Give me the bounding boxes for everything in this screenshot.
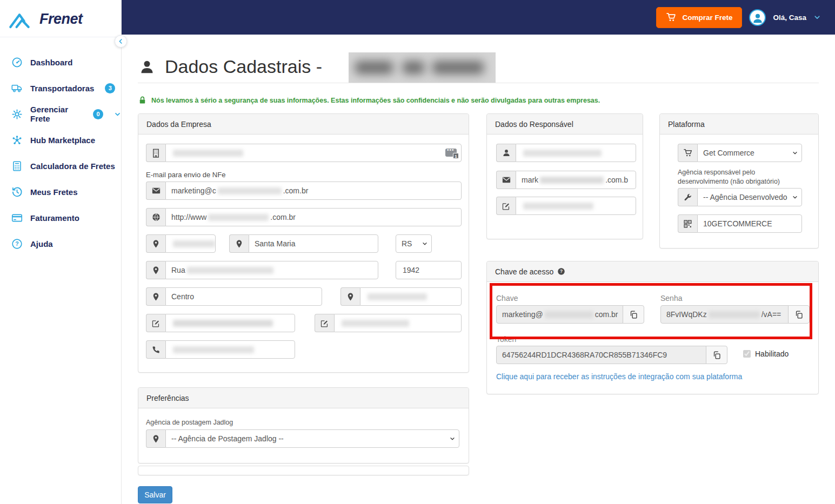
responsible-name-field[interactable] [496,144,636,162]
transportadoras-badge: 3 [105,83,115,93]
sidebar-item-dashboard[interactable]: Dashboard [0,49,121,75]
copy-senha-button[interactable] [788,305,810,324]
copy-icon [712,351,722,360]
sidebar-item-ajuda[interactable]: Ajuda [0,231,121,257]
gear-icon [11,109,23,120]
copy-icon [629,310,638,319]
state-select[interactable]: RS [396,234,432,253]
sidebar-item-hub-marketplace[interactable]: Hub Marketplace [0,127,121,153]
senha-field-group: 8FvIWqDKz/vA== [660,305,810,324]
responsible-panel: Dados do Responsável mark.com.b [486,113,643,239]
sidebar-item-faturamento[interactable]: Faturamento [0,205,121,231]
autofill-extension-icon[interactable]: •••1 [445,149,457,157]
token-field-group: 64756244RD1DCR4368RA70CR855B71346FC9 [496,346,727,364]
lock-icon [138,96,147,105]
platform-panel-header: Plataforma [660,114,818,135]
token-label: Token [496,335,516,344]
main-content: Dados Cadastrais - Nós levamos à sério a… [122,35,835,504]
sidebar-item-meus-fretes[interactable]: Meus Fretes [0,179,121,205]
security-notice-text: Nós levamos à sério a segurança de suas … [151,97,600,104]
cep-field[interactable] [146,234,216,253]
avatar[interactable] [749,9,766,26]
state-select-wrap: RS [396,234,432,253]
buy-freight-button[interactable]: Comprar Frete [656,7,742,28]
user-greeting[interactable]: Olá, Casa [773,14,806,22]
edit-icon [146,314,165,332]
globe-icon [146,208,165,226]
copy-chave-button[interactable] [623,305,644,324]
map-pin-icon [146,287,165,306]
chevron-down-icon[interactable] [813,14,821,21]
gerenciar-frete-badge: 0 [93,109,103,119]
street-number-field[interactable]: 1942 [396,261,462,279]
platform-select-group: Get Commerce [678,144,802,162]
district-field[interactable]: Centro [146,287,322,306]
history-icon [11,186,23,198]
frenet-logo-icon [7,9,34,30]
nfe-email-label: E-mail para envio de NFe [146,171,225,179]
person-icon [496,144,516,162]
chevron-left-icon [117,38,124,45]
jadlog-agency-select[interactable]: -- Agência de Postagem Jadlog -- [165,429,459,448]
map-pin-icon [340,287,360,306]
complement-field[interactable] [340,287,462,306]
hub-icon [11,135,23,146]
chave-label: Chave [496,294,518,303]
map-pin-icon [229,234,249,253]
access-key-panel-header: Chave de acesso [487,261,818,282]
website-field[interactable]: http://www.com.br [146,208,462,226]
agency-label: Agência responsável pelo desenvolvimento… [678,168,805,186]
enabled-checkbox[interactable] [743,350,751,358]
responsible-phone-field[interactable] [496,197,636,215]
nfe-email-field[interactable]: marketing@c.com.br [146,182,462,200]
agency-select[interactable]: -- Agência Desenvolvedora -- [697,188,802,206]
responsible-email-field[interactable]: mark.com.b [496,171,636,189]
redacted-company-name [349,52,496,83]
chevron-down-icon [114,111,121,118]
user-icon [752,12,764,24]
page-header: Dados Cadastrais - [139,56,322,77]
sidebar-item-label: Gerenciar Frete [30,105,82,123]
cart-icon [666,12,677,23]
envelope-icon [496,171,516,189]
sidebar-item-label: Calculadora de Fretes [30,162,115,171]
preferences-panel-title: Preferências [146,394,189,402]
cnpj-field[interactable]: •••1 [146,144,462,162]
map-pin-icon [146,261,165,279]
edit-icon [315,314,334,332]
sidebar-item-label: Ajuda [30,239,53,248]
copy-token-button[interactable] [706,346,727,364]
city-field[interactable]: Santa Maria [229,234,378,253]
municipal-registration-field[interactable] [315,314,462,332]
frenet-logo[interactable]: Frenet [0,0,121,37]
empty-panel-strip [138,466,469,475]
platform-panel-title: Plataforma [668,120,705,129]
qr-code-icon [678,214,697,233]
platform-select[interactable]: Get Commerce [697,144,802,162]
platform-code-field[interactable]: 10GETCOMMERCE [678,214,802,233]
map-pin-icon [146,429,165,448]
sidebar-item-gerenciar-frete[interactable]: Gerenciar Frete 0 [0,101,121,127]
phone-field[interactable] [146,340,295,359]
credit-card-icon [11,212,23,224]
jadlog-label: Agência de postagem Jadlog [146,418,233,427]
cart-icon [678,144,697,162]
enabled-checkbox-row: Habilitado [743,350,789,358]
sidebar-item-transportadoras[interactable]: Transportadoras 3 [0,75,121,101]
question-circle-icon[interactable] [557,267,565,275]
integration-instructions-link[interactable]: Clique aqui para receber as instruções d… [496,372,742,381]
sidebar-collapse-button[interactable] [115,35,127,48]
title-divider [138,83,819,83]
save-button[interactable]: Salvar [138,486,172,503]
buy-freight-label: Comprar Frete [682,14,732,22]
gauge-icon [11,57,23,68]
jadlog-select-group: -- Agência de Postagem Jadlog -- [146,429,459,448]
person-icon [139,59,155,75]
sidebar-item-calculadora[interactable]: Calculadora de Fretes [0,153,121,179]
enabled-label: Habilitado [755,350,789,358]
map-pin-icon [146,234,165,253]
calculator-icon [11,160,23,172]
street-field[interactable]: Rua [146,261,378,279]
state-registration-field[interactable] [146,314,295,332]
senha-label: Senha [660,294,682,303]
